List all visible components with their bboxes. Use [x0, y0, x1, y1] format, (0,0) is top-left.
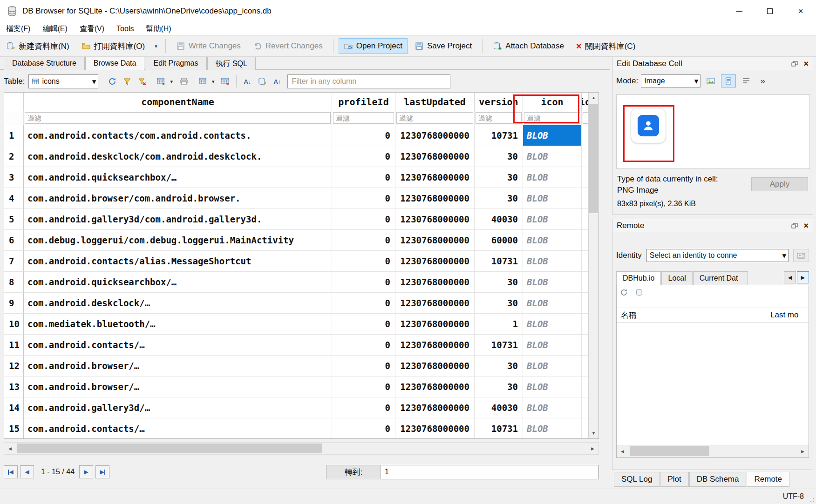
cell-clipped[interactable]	[582, 188, 588, 209]
cell-lastUpdated[interactable]: 1230768000000	[395, 376, 475, 397]
cell-profileId[interactable]: 0	[332, 314, 395, 335]
table-row[interactable]: 4com.android.browser/com.android.browser…	[4, 188, 588, 209]
import-data-button[interactable]	[703, 74, 718, 87]
cell-version[interactable]: 10731	[475, 251, 523, 272]
column-header-lastUpdated[interactable]: lastUpdated	[395, 93, 475, 111]
cell-version[interactable]: 30	[475, 376, 523, 397]
remote-horizontal-scrollbar[interactable]: ◀ ▶	[617, 445, 809, 457]
cell-componentName[interactable]: com.android.browser/com.android.browser.	[24, 188, 332, 209]
cell-lastUpdated[interactable]: 1230768000000	[395, 397, 475, 418]
close-database-button[interactable]: × 關閉資料庫(C)	[571, 38, 640, 55]
new-record-button[interactable]: ▾	[156, 74, 177, 88]
cell-componentName[interactable]: com.android.contacts/alias.MessageShortc…	[24, 251, 332, 272]
row-number[interactable]: 10	[4, 314, 24, 335]
cell-profileId[interactable]: 0	[332, 230, 395, 251]
table-row[interactable]: 2com.android.deskclock/com.android.deskc…	[4, 146, 588, 167]
remote-column-last-modified[interactable]: Last mo	[766, 308, 809, 322]
table-row[interactable]: 11com.android.contacts/…0123076800000010…	[4, 335, 588, 356]
scroll-down-button[interactable]: ▼	[589, 428, 598, 438]
encoding-selector[interactable]: UTF-8	[783, 492, 804, 501]
cell-profileId[interactable]: 0	[332, 293, 395, 314]
cell-lastUpdated[interactable]: 1230768000000	[395, 146, 475, 167]
column-header-profileId[interactable]: profileId	[332, 93, 395, 111]
cell-componentName[interactable]: com.android.quicksearchbox/…	[24, 272, 332, 293]
cell-icon-blob[interactable]: BLOB	[523, 146, 582, 167]
import-identity-button[interactable]	[793, 249, 809, 262]
column-header-icon[interactable]: icon	[523, 93, 582, 111]
scroll-right-button[interactable]: ▶	[798, 445, 808, 457]
cell-lastUpdated[interactable]: 1230768000000	[395, 314, 475, 335]
cell-clipped[interactable]	[582, 314, 588, 335]
cell-profileId[interactable]: 0	[332, 356, 395, 376]
grid-vertical-scrollbar[interactable]: ▲ ▼	[588, 93, 598, 438]
tab-scroll-right-button[interactable]: ▶	[797, 271, 809, 283]
tab-database-structure[interactable]: Database Structure	[4, 57, 85, 70]
sort-descending-button[interactable]: A↑	[270, 74, 285, 88]
cell-clipped[interactable]	[582, 356, 588, 376]
cell-lastUpdated[interactable]: 1230768000000	[395, 335, 475, 356]
table-row[interactable]: 3com.android.quicksearchbox/…01230768000…	[4, 167, 588, 188]
cell-profileId[interactable]: 0	[332, 146, 395, 167]
dock-tab-plot[interactable]: Plot	[660, 472, 688, 487]
cell-lastUpdated[interactable]: 1230768000000	[395, 293, 475, 314]
edit-database-cell-button[interactable]	[255, 74, 270, 88]
horizontal-scrollbar-thumb[interactable]	[17, 444, 322, 453]
remote-scrollbar-thumb[interactable]	[630, 446, 709, 456]
cell-clipped[interactable]	[582, 146, 588, 167]
cell-icon-blob[interactable]: BLOB	[523, 272, 582, 293]
cell-componentName[interactable]: com.mediatek.bluetooth/…	[24, 314, 332, 335]
column-header-componentName[interactable]: componentName	[24, 93, 332, 111]
cell-clipped[interactable]	[582, 167, 588, 188]
insert-record-button[interactable]: ▾	[198, 74, 218, 88]
cell-icon-blob[interactable]: BLOB	[523, 293, 582, 314]
minimize-button[interactable]	[724, 0, 755, 22]
remote-column-name[interactable]: 名稱	[617, 308, 766, 322]
remote-tab-local[interactable]: Local	[661, 271, 692, 285]
cell-componentName[interactable]: com.android.contacts/…	[24, 335, 332, 356]
row-number[interactable]: 3	[4, 167, 24, 188]
row-number[interactable]: 7	[4, 251, 24, 272]
cell-icon-blob[interactable]: BLOB	[523, 356, 582, 376]
cell-profileId[interactable]: 0	[332, 209, 395, 230]
cell-profileId[interactable]: 0	[332, 418, 395, 438]
scroll-left-button[interactable]: ◀	[618, 445, 627, 457]
filter-any-column-input[interactable]	[287, 74, 450, 88]
row-number[interactable]: 13	[4, 376, 24, 397]
identity-selector[interactable]: Select an identity to conne ▾	[646, 249, 789, 262]
new-database-button[interactable]: 新建資料庫(N)	[1, 38, 75, 55]
dock-tab-db-schema[interactable]: DB Schema	[689, 472, 747, 487]
cell-version[interactable]: 30	[475, 272, 523, 293]
cell-lastUpdated[interactable]: 1230768000000	[395, 418, 475, 438]
cell-lastUpdated[interactable]: 1230768000000	[395, 272, 475, 293]
table-row[interactable]: 6com.debug.loggerui/com.debug.loggerui.M…	[4, 230, 588, 251]
cell-icon-blob[interactable]: BLOB	[523, 314, 582, 335]
previous-record-button[interactable]: ◀	[20, 465, 34, 478]
cell-version[interactable]: 30	[475, 293, 523, 314]
cell-profileId[interactable]: 0	[332, 272, 395, 293]
cell-lastUpdated[interactable]: 1230768000000	[395, 125, 475, 146]
cell-version[interactable]: 60000	[475, 230, 523, 251]
cell-clipped[interactable]	[582, 418, 588, 438]
table-row[interactable]: 7com.android.contacts/alias.MessageShort…	[4, 251, 588, 272]
row-number[interactable]: 2	[4, 146, 24, 167]
cell-clipped[interactable]	[582, 251, 588, 272]
cell-version[interactable]: 30	[475, 167, 523, 188]
cell-icon-blob[interactable]: BLOB	[523, 251, 582, 272]
filter-button[interactable]	[120, 74, 135, 88]
column-filter-input-lastUpdated[interactable]	[396, 112, 473, 124]
grid-horizontal-scrollbar[interactable]: ◀ ▶	[4, 442, 599, 455]
cell-clipped[interactable]	[582, 272, 588, 293]
cell-profileId[interactable]: 0	[332, 167, 395, 188]
dock-tab-remote[interactable]: Remote	[747, 472, 789, 487]
cell-clipped[interactable]	[582, 230, 588, 251]
last-record-button[interactable]: ▶	[95, 465, 109, 478]
cell-version[interactable]: 1	[475, 314, 523, 335]
maximize-button[interactable]	[755, 0, 785, 22]
row-number[interactable]: 12	[4, 356, 24, 376]
menu-item-file[interactable]: 檔案(F)	[0, 23, 36, 35]
tab-browse-data[interactable]: Browse Data	[85, 57, 145, 70]
cell-profileId[interactable]: 0	[332, 397, 395, 418]
print-button[interactable]	[177, 74, 191, 88]
cell-profileId[interactable]: 0	[332, 251, 395, 272]
table-row[interactable]: 15com.android.contacts/…0123076800000010…	[4, 418, 588, 438]
